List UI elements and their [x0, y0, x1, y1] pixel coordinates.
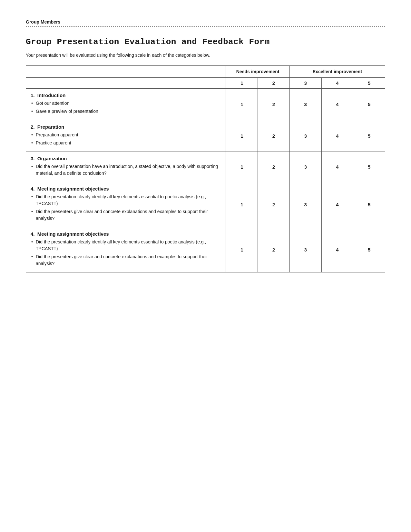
list-item: Did the presenters give clear and concre… [31, 253, 221, 267]
score-cell-meet2-1: 1 [226, 227, 258, 272]
score-cell-intro-5: 5 [353, 89, 385, 120]
category-title-meeting-2: 4. Meeting assignment objectives [31, 231, 221, 237]
score-header-3: 3 [289, 78, 321, 89]
table-row: 1. Introduction Got our attention Gave a… [26, 89, 385, 120]
list-item: Did the overall presentation have an int… [31, 163, 221, 177]
score-cell-org-4: 4 [321, 152, 353, 182]
score-cell-intro-4: 4 [321, 89, 353, 120]
table-row: 4. Meeting assignment objectives Did the… [26, 182, 385, 227]
score-cell-org-3: 3 [289, 152, 321, 182]
page-title: Group Presentation Evaluation and Feedba… [26, 37, 385, 47]
group-members-label: Group Members [26, 19, 385, 25]
intro-text: Your presentation will be evaluated usin… [26, 53, 385, 58]
category-cell-introduction: 1. Introduction Got our attention Gave a… [26, 89, 226, 120]
bullet-list-organization: Did the overall presentation have an int… [31, 163, 221, 177]
list-item: Did the presentation clearly identify al… [31, 239, 221, 252]
score-cell-prep-4: 4 [321, 120, 353, 152]
score-cell-intro-3: 3 [289, 89, 321, 120]
score-cell-prep-2: 2 [258, 120, 290, 152]
col-header-empty [26, 78, 226, 89]
category-cell-meeting-1: 4. Meeting assignment objectives Did the… [26, 182, 226, 227]
score-cell-meet1-2: 2 [258, 182, 290, 227]
score-cell-prep-1: 1 [226, 120, 258, 152]
list-item: Gave a preview of presentation [31, 108, 221, 115]
top-divider [26, 26, 385, 27]
table-row: 3. Organization Did the overall presenta… [26, 152, 385, 182]
score-header-1: 1 [226, 78, 258, 89]
score-cell-meet2-3: 3 [289, 227, 321, 272]
score-cell-org-5: 5 [353, 152, 385, 182]
category-title-organization: 3. Organization [31, 156, 221, 161]
list-item: Got our attention [31, 100, 221, 107]
list-item: Practice apparent [31, 140, 221, 146]
col-header-needs: Needs improvement [226, 66, 289, 78]
category-title-preparation: 2. Preparation [31, 124, 221, 130]
score-cell-meet1-4: 4 [321, 182, 353, 227]
table-header-numbers: 1 2 3 4 5 [26, 78, 385, 89]
score-cell-meet2-2: 2 [258, 227, 290, 272]
table-row: 4. Meeting assignment objectives Did the… [26, 227, 385, 272]
score-header-4: 4 [321, 78, 353, 89]
table-header-labels: Needs improvement Excellent improvement [26, 66, 385, 78]
col-header-category [26, 66, 226, 78]
score-cell-meet2-5: 5 [353, 227, 385, 272]
evaluation-table: Needs improvement Excellent improvement … [26, 65, 385, 272]
score-cell-intro-1: 1 [226, 89, 258, 120]
category-cell-preparation: 2. Preparation Preparation apparent Prac… [26, 120, 226, 152]
bullet-list-meeting-2: Did the presentation clearly identify al… [31, 239, 221, 267]
list-item: Preparation apparent [31, 132, 221, 138]
bullet-list-preparation: Preparation apparent Practice apparent [31, 132, 221, 146]
list-item: Did the presentation clearly identify al… [31, 193, 221, 207]
score-cell-meet1-5: 5 [353, 182, 385, 227]
score-cell-org-2: 2 [258, 152, 290, 182]
category-cell-organization: 3. Organization Did the overall presenta… [26, 152, 226, 182]
score-cell-meet1-3: 3 [289, 182, 321, 227]
score-cell-prep-3: 3 [289, 120, 321, 152]
score-cell-meet2-4: 4 [321, 227, 353, 272]
list-item: Did the presenters give clear and concre… [31, 208, 221, 222]
col-header-excellent: Excellent improvement [289, 66, 385, 78]
bullet-list-introduction: Got our attention Gave a preview of pres… [31, 100, 221, 115]
score-cell-meet1-1: 1 [226, 182, 258, 227]
score-header-5: 5 [353, 78, 385, 89]
score-cell-org-1: 1 [226, 152, 258, 182]
category-cell-meeting-2: 4. Meeting assignment objectives Did the… [26, 227, 226, 272]
score-cell-prep-5: 5 [353, 120, 385, 152]
score-header-2: 2 [258, 78, 290, 89]
score-cell-intro-2: 2 [258, 89, 290, 120]
bullet-list-meeting-1: Did the presentation clearly identify al… [31, 193, 221, 222]
category-title-meeting-1: 4. Meeting assignment objectives [31, 186, 221, 192]
category-title-introduction: 1. Introduction [31, 93, 221, 98]
table-row: 2. Preparation Preparation apparent Prac… [26, 120, 385, 152]
